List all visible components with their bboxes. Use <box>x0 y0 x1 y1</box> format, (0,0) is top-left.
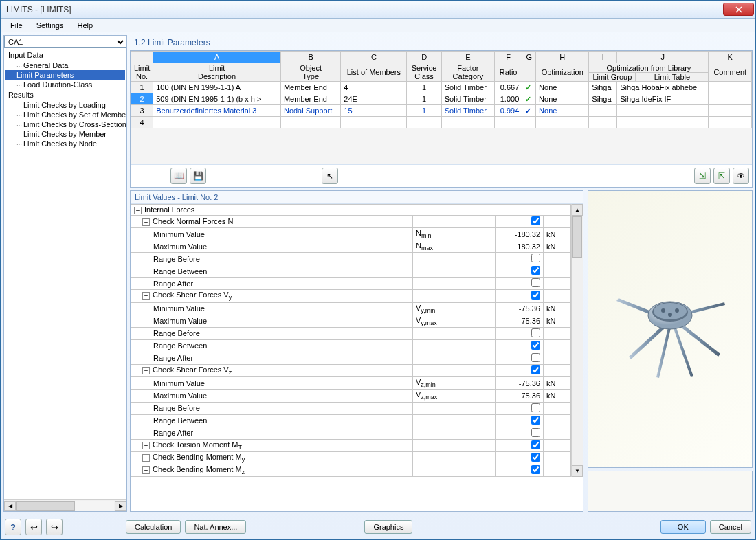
preview-info <box>588 471 753 512</box>
tree-checks-set[interactable]: Limit Checks by Set of Members <box>5 110 125 120</box>
help-button[interactable]: ? <box>5 519 21 535</box>
col-K[interactable]: K <box>709 52 752 63</box>
menubar: File Settings Help <box>1 19 755 32</box>
nav-tree: Input Data General Data Limit Parameters… <box>4 48 126 499</box>
prev-button[interactable]: ↩ <box>25 519 42 535</box>
check-vz-checkbox[interactable] <box>531 365 540 374</box>
n-range-before-checkbox[interactable] <box>531 254 540 262</box>
nat-annex-button[interactable]: Nat. Annex... <box>185 520 246 534</box>
col-C[interactable]: C <box>341 52 407 63</box>
check-icon: ✓ <box>522 93 536 105</box>
export-excel-button[interactable]: ⇲ <box>694 168 711 184</box>
close-button[interactable] <box>723 3 754 16</box>
arrow-left-icon: ↩ <box>30 522 38 532</box>
cancel-button[interactable]: Cancel <box>710 520 751 534</box>
import-excel-button[interactable]: ⇱ <box>713 168 730 184</box>
check-mz-checkbox[interactable] <box>531 465 540 474</box>
svg-point-2 <box>654 303 687 319</box>
col-I[interactable]: I <box>589 52 617 63</box>
tree-checks-member[interactable]: Limit Checks by Member <box>5 129 125 139</box>
collapse-icon[interactable]: − <box>134 207 142 214</box>
n-range-between-checkbox[interactable] <box>531 266 540 275</box>
col-J[interactable]: J <box>617 52 709 63</box>
menu-settings[interactable]: Settings <box>31 20 69 31</box>
sidebar-hscroll[interactable]: ◀▶ <box>4 499 126 511</box>
case-select[interactable]: CA1 <box>4 36 126 48</box>
main-window: LIMITS - [LIMITS] File Settings Help CA1… <box>0 0 756 540</box>
vy-range-after-checkbox[interactable] <box>531 353 540 362</box>
collapse-icon[interactable]: − <box>142 292 150 300</box>
table-row[interactable]: 1 100 (DIN EN 1995-1-1) A Member End 4 1… <box>131 82 752 93</box>
pick-button[interactable]: ↖ <box>322 168 338 184</box>
preview-3d[interactable] <box>588 190 753 468</box>
col-D[interactable]: D <box>407 52 441 63</box>
svg-point-4 <box>675 308 679 313</box>
help-icon: ? <box>10 522 16 532</box>
window-title: LIMITS - [LIMITS] <box>6 5 723 14</box>
tree-limit-parameters[interactable]: Limit Parameters <box>5 70 125 80</box>
col-B[interactable]: B <box>280 52 340 63</box>
connector-render-icon <box>601 260 739 398</box>
excel-export-icon: ⇲ <box>699 171 706 181</box>
vz-range-after-checkbox[interactable] <box>531 428 540 437</box>
check-my-checkbox[interactable] <box>531 453 540 462</box>
excel-import-icon: ⇱ <box>718 171 725 181</box>
col-F[interactable]: F <box>495 52 522 63</box>
eye-icon: 👁 <box>737 171 745 181</box>
check-mt-checkbox[interactable] <box>531 440 540 449</box>
tree-checks-loading[interactable]: Limit Checks by Loading <box>5 100 125 110</box>
expand-icon[interactable]: + <box>142 442 150 449</box>
table-row[interactable]: 4 <box>131 117 752 128</box>
tree-checks-node[interactable]: Limit Checks by Node <box>5 139 125 148</box>
tree-load-duration[interactable]: Load Duration-Class <box>5 80 125 89</box>
collapse-icon[interactable]: − <box>142 367 150 374</box>
save-button[interactable]: 💾 <box>190 168 206 184</box>
table-row[interactable]: 3 Benutzerdefiniertes Material 3 Nodal S… <box>131 105 752 117</box>
book-icon: 📖 <box>174 171 184 181</box>
detail-vscroll[interactable]: ▲▼ <box>571 204 583 477</box>
col-H[interactable]: H <box>536 52 589 63</box>
menu-help[interactable]: Help <box>71 20 98 31</box>
col-G[interactable]: G <box>522 52 536 63</box>
section-title: 1.2 Limit Parameters <box>130 35 753 50</box>
tree-results[interactable]: Results <box>5 89 125 100</box>
vy-range-before-checkbox[interactable] <box>531 328 540 337</box>
view-button[interactable]: 👁 <box>733 168 749 184</box>
grid-toolbar: 📖 💾 ↖ ⇲ ⇱ 👁 <box>131 164 752 187</box>
check-icon: ✓ <box>522 105 536 117</box>
next-button[interactable]: ↪ <box>46 519 63 535</box>
collapse-icon[interactable]: − <box>142 218 150 226</box>
detail-title: Limit Values - Limit No. 2 <box>131 191 583 204</box>
expand-icon[interactable]: + <box>142 454 150 462</box>
graphics-button[interactable]: Graphics <box>364 520 412 534</box>
vz-range-between-checkbox[interactable] <box>531 416 540 425</box>
preview-column <box>588 190 753 512</box>
expand-icon[interactable]: + <box>142 466 150 474</box>
col-A[interactable]: A <box>153 52 281 63</box>
disk-icon: 💾 <box>193 171 203 181</box>
check-vy-checkbox[interactable] <box>531 291 540 300</box>
table-row[interactable]: 2 509 (DIN EN 1995-1-1) (b x h >= Member… <box>131 93 752 105</box>
check-icon <box>522 117 536 128</box>
parameters-grid: LimitNo. A B C D E F G H I J K Lim <box>130 50 753 188</box>
vy-range-between-checkbox[interactable] <box>531 341 540 350</box>
cursor-icon: ↖ <box>326 171 333 181</box>
detail-table: −Internal Forces −Check Normal Forces N … <box>131 204 571 477</box>
calculation-button[interactable]: Calculation <box>126 520 181 534</box>
tree-input-data[interactable]: Input Data <box>5 49 125 60</box>
tree-checks-cs[interactable]: Limit Checks by Cross-Section <box>5 120 125 129</box>
check-n-checkbox[interactable] <box>531 216 540 225</box>
tree-general-data[interactable]: General Data <box>5 60 125 70</box>
footer: ? ↩ ↪ Calculation Nat. Annex... Graphics… <box>1 515 755 539</box>
n-range-after-checkbox[interactable] <box>531 278 540 287</box>
vz-range-before-checkbox[interactable] <box>531 403 540 412</box>
ok-button[interactable]: OK <box>660 520 706 534</box>
col-E[interactable]: E <box>441 52 494 63</box>
sidebar: CA1 Input Data General Data Limit Parame… <box>3 35 127 512</box>
svg-point-5 <box>668 313 672 317</box>
arrow-right-icon: ↪ <box>51 522 58 532</box>
titlebar: LIMITS - [LIMITS] <box>1 1 755 19</box>
menu-file[interactable]: File <box>5 20 28 31</box>
limit-values-panel: Limit Values - Limit No. 2 −Internal For… <box>130 190 583 512</box>
library-button[interactable]: 📖 <box>170 168 187 184</box>
